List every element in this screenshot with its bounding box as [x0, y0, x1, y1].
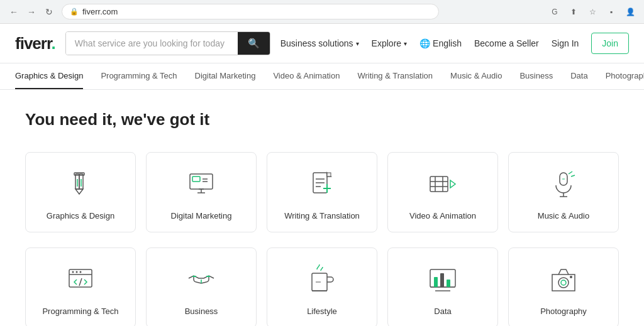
service-label-business: Business — [185, 306, 218, 317]
service-label-graphics-design: Graphics & Design — [47, 210, 114, 222]
chart-icon — [424, 261, 462, 298]
sign-in-button[interactable]: Sign In — [552, 38, 579, 48]
service-card-data[interactable]: Data — [387, 247, 498, 326]
handshake-icon — [182, 261, 220, 298]
header: fiverr. 🔍 Business solutions ▾ Explore ▾… — [0, 24, 644, 63]
explore-nav[interactable]: Explore ▾ — [372, 38, 407, 48]
coffee-icon — [303, 261, 341, 298]
header-nav: Business solutions ▾ Explore ▾ 🌐 English… — [280, 33, 629, 54]
fiverr-app: fiverr. 🔍 Business solutions ▾ Explore ▾… — [0, 24, 644, 326]
service-card-lifestyle[interactable]: Lifestyle — [267, 247, 377, 326]
document-icon — [303, 165, 341, 203]
svg-marker-2 — [75, 189, 83, 194]
browser-nav-buttons: ← → ↻ — [6, 4, 57, 19]
service-card-digital-marketing[interactable]: Digital Marketing — [146, 152, 257, 232]
globe-icon: 🌐 — [419, 38, 430, 48]
category-nav-item-video---animation[interactable]: Video & Animation — [273, 63, 340, 89]
svg-point-37 — [80, 271, 82, 273]
svg-rect-40 — [192, 276, 196, 277]
svg-line-31 — [571, 175, 575, 177]
svg-point-52 — [561, 280, 566, 285]
svg-line-38 — [79, 278, 82, 286]
browser-actions: G ⬆ ☆ ▪ 👤 — [547, 4, 638, 19]
film-icon — [424, 165, 462, 203]
back-button[interactable]: ← — [6, 4, 21, 19]
search-input[interactable] — [66, 32, 238, 55]
business-solutions-nav[interactable]: Business solutions ▾ — [280, 38, 359, 48]
svg-rect-49 — [447, 280, 450, 287]
svg-rect-21 — [430, 177, 448, 192]
address-bar[interactable]: 🔒 fiverr.com — [62, 4, 439, 19]
svg-point-36 — [76, 271, 78, 273]
join-button[interactable]: Join — [591, 33, 629, 54]
service-card-video-animation[interactable]: Video & Animation — [387, 152, 498, 232]
browser-chrome: ← → ↻ 🔒 fiverr.com G ⬆ ☆ ▪ 👤 — [0, 0, 644, 24]
search-button[interactable]: 🔍 — [238, 32, 270, 55]
chevron-down-icon: ▾ — [404, 40, 407, 47]
svg-marker-26 — [450, 180, 455, 188]
service-card-writing-translation[interactable]: Writing & Translation — [267, 152, 377, 232]
chevron-down-icon: ▾ — [356, 40, 359, 47]
service-card-programming-tech[interactable]: Programming & Tech — [25, 247, 136, 326]
profile-button[interactable]: 👤 — [623, 4, 638, 19]
main-content: You need it, we've got it Graphics & Des… — [0, 90, 644, 326]
language-nav[interactable]: 🌐 English — [419, 38, 462, 48]
category-nav: Graphics & DesignProgramming & TechDigit… — [0, 63, 644, 90]
service-grid: Graphics & Design Digital Marketing Writ… — [25, 152, 619, 326]
url-text: fiverr.com — [82, 7, 118, 16]
category-nav-item-data[interactable]: Data — [570, 63, 587, 89]
share-button[interactable]: ⬆ — [566, 4, 581, 19]
svg-line-30 — [569, 171, 572, 174]
reload-button[interactable]: ↻ — [42, 4, 57, 19]
section-title: You need it, we've got it — [25, 110, 619, 129]
search-form: 🔍 — [65, 31, 270, 55]
service-label-lifestyle: Lifestyle — [307, 306, 337, 317]
microphone-icon — [545, 165, 582, 203]
lock-icon: 🔒 — [70, 8, 79, 16]
service-label-programming-tech: Programming & Tech — [42, 306, 118, 317]
service-card-music-audio[interactable]: Music & Audio — [508, 152, 619, 232]
service-label-photography: Photography — [540, 306, 587, 317]
category-nav-item-business[interactable]: Business — [519, 63, 553, 89]
category-nav-item-graphics---design[interactable]: Graphics & Design — [15, 63, 83, 89]
svg-rect-41 — [206, 276, 210, 277]
service-card-business[interactable]: Business — [146, 247, 257, 326]
google-button[interactable]: G — [547, 4, 562, 19]
svg-rect-15 — [327, 173, 331, 177]
svg-point-51 — [558, 278, 569, 288]
category-nav-item-music---audio[interactable]: Music & Audio — [450, 63, 502, 89]
service-label-music-audio: Music & Audio — [538, 210, 589, 222]
category-nav-item-photography[interactable]: Photography — [606, 63, 644, 89]
category-nav-item-writing---translation[interactable]: Writing & Translation — [357, 63, 433, 89]
service-label-data: Data — [434, 306, 451, 317]
pencil-icon — [62, 165, 99, 203]
service-card-graphics-design[interactable]: Graphics & Design — [25, 152, 136, 232]
service-card-photography[interactable]: Photography — [508, 247, 619, 326]
forward-button[interactable]: → — [24, 4, 39, 19]
svg-rect-10 — [192, 177, 200, 182]
monitor-icon — [182, 165, 220, 203]
svg-rect-48 — [440, 273, 444, 287]
category-nav-item-digital-marketing[interactable]: Digital Marketing — [195, 63, 256, 89]
bookmark-button[interactable]: ☆ — [585, 4, 600, 19]
search-icon: 🔍 — [248, 38, 260, 49]
extension-button[interactable]: ▪ — [604, 4, 619, 19]
svg-point-53 — [570, 276, 572, 278]
svg-rect-47 — [434, 277, 438, 287]
code-icon — [62, 261, 99, 298]
category-nav-item-programming---tech[interactable]: Programming & Tech — [101, 63, 177, 89]
camera-icon — [545, 261, 582, 298]
service-label-digital-marketing: Digital Marketing — [171, 210, 232, 222]
svg-point-35 — [72, 271, 74, 273]
service-label-video-animation: Video & Animation — [409, 210, 476, 222]
become-seller-link[interactable]: Become a Seller — [474, 38, 539, 48]
fiverr-logo[interactable]: fiverr. — [15, 34, 55, 53]
service-label-writing-translation: Writing & Translation — [284, 210, 360, 222]
